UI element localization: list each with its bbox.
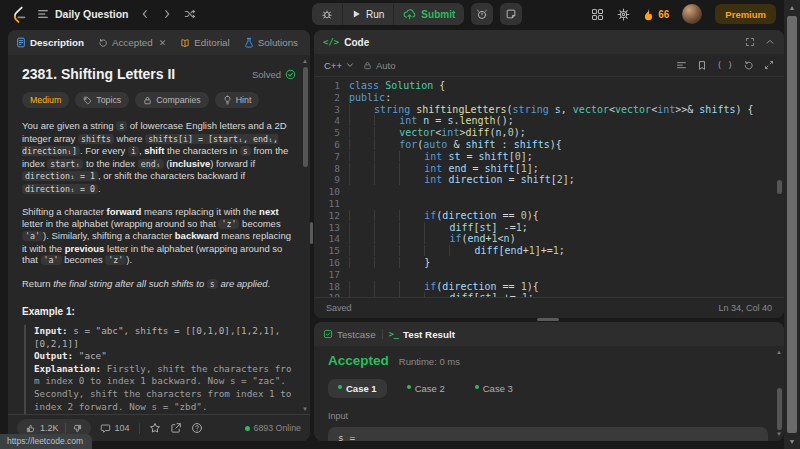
companies-label: Companies xyxy=(156,95,201,105)
description-scrollbar-thumb[interactable] xyxy=(303,67,308,167)
topics-badge[interactable]: Topics xyxy=(75,92,129,108)
hint-badge[interactable]: Hint xyxy=(215,92,260,108)
tab-editorial[interactable]: Editorial xyxy=(180,37,229,48)
tab-solutions[interactable]: Solutions xyxy=(244,37,298,48)
browser-scrollbar-thumb[interactable] xyxy=(787,16,797,433)
scroll-up-arrow[interactable]: ▲ xyxy=(776,348,782,356)
problem-list-button[interactable]: Daily Question xyxy=(37,8,129,20)
format-code-icon[interactable] xyxy=(676,60,687,71)
auto-save-toggle[interactable]: Auto xyxy=(363,60,396,71)
case-3-button[interactable]: Case 3 xyxy=(465,379,523,398)
editor-statusbar: Saved Ln 34, Col 40 xyxy=(314,297,784,318)
like-button[interactable]: 1.2K xyxy=(25,423,59,434)
reset-code-icon[interactable] xyxy=(743,60,754,71)
language-select[interactable]: C++ xyxy=(324,60,354,71)
prev-question-button[interactable] xyxy=(139,9,151,19)
tab-description[interactable]: Description xyxy=(16,37,84,48)
online-dot-icon xyxy=(245,426,250,431)
tag-icon xyxy=(83,96,92,105)
book-icon xyxy=(180,38,190,48)
scrollbar-down-arrow[interactable]: ▼ xyxy=(784,434,800,449)
timer-icon xyxy=(476,8,488,20)
avatar[interactable] xyxy=(682,4,702,24)
next-question-button[interactable] xyxy=(161,9,173,19)
debug-button[interactable] xyxy=(312,3,342,25)
close-tab-icon[interactable]: ✕ xyxy=(159,38,167,48)
scroll-up-arrow[interactable]: ▲ xyxy=(302,57,308,65)
language-label: C++ xyxy=(324,60,342,71)
tab-testcase[interactable]: Testcase xyxy=(323,329,376,340)
case-1-button[interactable]: Case 1 xyxy=(328,379,387,398)
code-line: if(direction == 1){ xyxy=(349,281,784,293)
collapse-panel-icon[interactable] xyxy=(765,37,775,47)
timer-button[interactable] xyxy=(471,3,493,25)
run-button[interactable]: Run xyxy=(343,3,393,25)
test-scrollbar-thumb[interactable] xyxy=(777,388,782,430)
feedback-question-button[interactable] xyxy=(191,422,203,434)
test-panel-scrollbar[interactable]: ▲ ▼ xyxy=(775,348,783,438)
settings-gear-button[interactable] xyxy=(617,8,630,21)
companies-badge[interactable]: Companies xyxy=(135,92,209,108)
tab-accepted-label: Accepted xyxy=(112,37,153,48)
code-panel-title: </> Code xyxy=(323,37,369,48)
scroll-down-arrow[interactable]: ▼ xyxy=(302,405,308,413)
problem-list-icon xyxy=(37,8,49,20)
code-line: int st = shift[0]; xyxy=(349,151,784,163)
premium-button[interactable]: Premium xyxy=(715,4,776,24)
solved-label: Solved xyxy=(252,69,281,80)
fullscreen-icon[interactable] xyxy=(764,60,774,70)
notes-button[interactable] xyxy=(500,3,522,25)
save-status: Saved xyxy=(326,303,352,313)
code-panel-header: </> Code xyxy=(314,30,784,54)
difficulty-badge[interactable]: Medium xyxy=(22,92,69,108)
thumbs-down-icon[interactable] xyxy=(72,423,83,434)
share-button[interactable] xyxy=(170,422,182,434)
code-title-label: Code xyxy=(344,37,369,48)
tab-solutions-label: Solutions xyxy=(258,37,298,48)
case-2-button[interactable]: Case 2 xyxy=(397,379,455,398)
tab-accepted[interactable]: Accepted ✕ xyxy=(98,37,166,48)
test-panel-header: Testcase >_ Test Result xyxy=(314,322,784,346)
panel-resize-handle-horizontal[interactable] xyxy=(537,318,559,321)
submit-button[interactable]: Submit xyxy=(394,3,464,25)
panel-resize-handle-vertical[interactable] xyxy=(310,222,313,244)
scroll-down-arrow[interactable]: ▼ xyxy=(776,430,782,438)
editor-scrollbar-thumb[interactable] xyxy=(777,180,782,194)
code-line: diff[end+1]+=1; xyxy=(349,245,784,257)
code-line: diff[st] -=1; xyxy=(349,222,784,234)
comments-button[interactable]: 104 xyxy=(100,423,130,434)
tab-test-result[interactable]: >_ Test Result xyxy=(389,329,455,340)
leetcode-logo[interactable] xyxy=(10,5,27,24)
braces-icon[interactable]: ( ) xyxy=(717,60,733,70)
scrollbar-up-arrow[interactable]: ▲ xyxy=(784,0,800,15)
topics-label: Topics xyxy=(96,95,121,105)
code-line xyxy=(349,186,784,198)
bookmark-icon[interactable] xyxy=(697,60,707,71)
debug-icon xyxy=(321,8,333,20)
problem-description: 2381. Shifting Letters II Solved Medium xyxy=(8,55,302,415)
description-paragraph: Return the final string after all such s… xyxy=(22,278,296,291)
line-numbers: 12345678910111213141516171819 xyxy=(314,80,349,298)
input-label: Input xyxy=(328,411,768,421)
thumbs-up-icon xyxy=(25,423,36,434)
favorite-star-button[interactable] xyxy=(149,422,161,434)
case-1-label: Case 1 xyxy=(346,383,377,394)
code-area[interactable]: class Solution {public: string shiftingL… xyxy=(349,80,784,298)
streak-counter[interactable]: 66 xyxy=(643,8,669,21)
random-question-button[interactable] xyxy=(183,8,197,20)
like-count: 1.2K xyxy=(40,423,59,433)
expand-panel-icon[interactable] xyxy=(745,37,755,47)
description-scrollbar[interactable]: ▲ ▼ xyxy=(301,57,309,413)
testcase-input-field[interactable]: s = xyxy=(328,427,768,441)
online-count: 6893 Online xyxy=(245,423,301,433)
streak-count: 66 xyxy=(658,9,669,20)
daily-question-label: Daily Question xyxy=(55,8,129,20)
cursor-position: Ln 34, Col 40 xyxy=(718,303,772,313)
code-editor[interactable]: 12345678910111213141516171819 class Solu… xyxy=(314,77,784,298)
layout-switcher-button[interactable] xyxy=(591,8,604,21)
comment-count: 104 xyxy=(115,423,130,433)
flask-icon xyxy=(244,37,254,48)
browser-scrollbar[interactable]: ▲ ▼ xyxy=(784,0,800,449)
code-line: } xyxy=(349,257,784,269)
code-toolbar: C++ Auto ( ) xyxy=(314,54,784,77)
